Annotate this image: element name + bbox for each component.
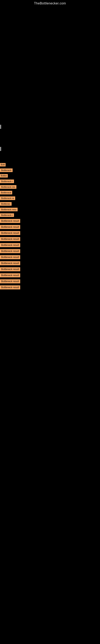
site-title: TheBottlenecker.com [0, 0, 100, 5]
list-item[interactable]: Bottlenec [0, 202, 100, 206]
bottleneck-result-badge: Bottleneck result [0, 231, 20, 235]
list-item[interactable]: Bottleneck r [0, 213, 100, 217]
bottleneck-result-badge: Bottleneck result [0, 219, 20, 223]
list-item[interactable]: Bottleneck res [0, 185, 100, 189]
bottleneck-result-badge: Bottleneck result [0, 267, 20, 271]
cursor-bar-1 [0, 125, 1, 129]
bottleneck-result-badge: Bottleneck result [0, 285, 20, 290]
bottleneck-result-badge: Bottleneck resu [0, 208, 18, 211]
list-item[interactable]: Bottleneck resu [0, 208, 100, 211]
bottleneck-result-badge: Bottleneck res [0, 185, 16, 189]
list-item[interactable]: Bottleneck result [0, 255, 100, 259]
list-item[interactable]: Bottleneck result [0, 225, 100, 229]
bottleneck-result-badge: Bottleneck re [0, 196, 15, 200]
bottleneck-result-badge: Bottleneck [0, 191, 12, 194]
bottleneck-result-badge: Bottleneck result [0, 261, 20, 265]
list-item[interactable]: Bottleneck result [0, 237, 100, 241]
list-item[interactable]: Bottleneck [0, 168, 100, 172]
list-item[interactable]: Bottlen [0, 174, 100, 178]
bottleneck-result-badge: Bottleneck result [0, 279, 20, 283]
bottleneck-result-badge: Bottl [0, 163, 6, 166]
bottleneck-results-list: BottlBottleneckBottlenBottleneck rBottle… [0, 163, 100, 292]
bottleneck-result-badge: Bottleneck result [0, 255, 20, 259]
bottleneck-result-badge: Bottleneck r [0, 180, 14, 183]
bottleneck-result-badge: Bottleneck result [0, 243, 20, 247]
bottleneck-result-badge: Bottleneck result [0, 237, 20, 241]
bottleneck-result-badge: Bottleneck r [0, 213, 14, 217]
bottleneck-result-badge: Bottleneck [0, 168, 13, 172]
list-item[interactable]: Bottl [0, 163, 100, 166]
bottleneck-result-badge: Bottlenec [0, 202, 12, 206]
list-item[interactable]: Bottleneck result [0, 219, 100, 223]
list-item[interactable]: Bottleneck result [0, 279, 100, 283]
list-item[interactable]: Bottleneck result [0, 249, 100, 253]
list-item[interactable]: Bottleneck r [0, 180, 100, 183]
bottleneck-result-badge: Bottleneck result [0, 249, 20, 253]
list-item[interactable]: Bottleneck result [0, 285, 100, 290]
list-item[interactable]: Bottleneck result [0, 261, 100, 265]
bottleneck-result-badge: Bottleneck result [0, 225, 20, 229]
list-item[interactable]: Bottleneck re [0, 196, 100, 200]
list-item[interactable]: Bottleneck result [0, 243, 100, 247]
cursor-bar-2 [0, 147, 1, 151]
bottleneck-result-badge: Bottleneck result [0, 273, 20, 277]
list-item[interactable]: Bottleneck [0, 191, 100, 194]
list-item[interactable]: Bottleneck result [0, 273, 100, 277]
list-item[interactable]: Bottleneck result [0, 267, 100, 271]
bottleneck-result-badge: Bottlen [0, 174, 8, 178]
list-item[interactable]: Bottleneck result [0, 231, 100, 235]
